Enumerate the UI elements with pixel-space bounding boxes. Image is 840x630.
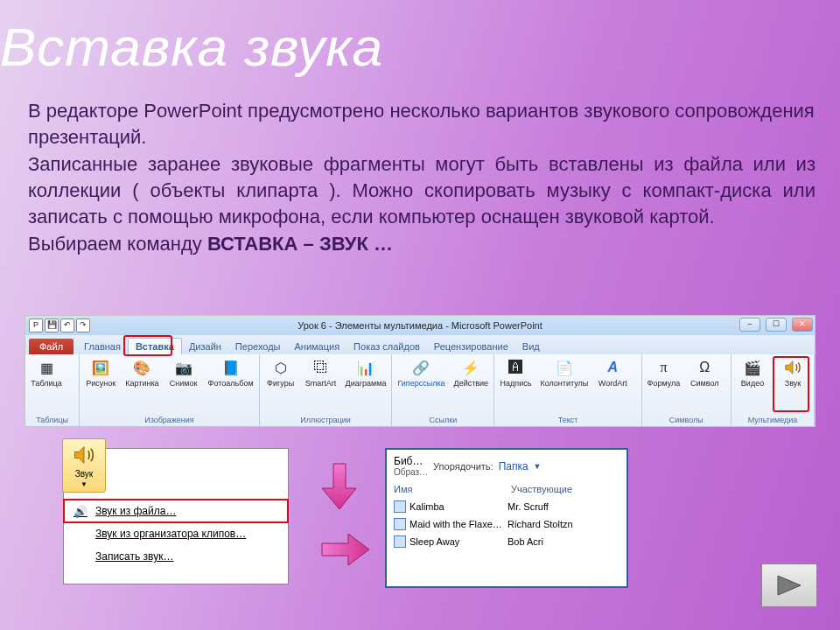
tab-slideshow[interactable]: Показ слайдов [346,339,427,354]
library-sort-value[interactable]: Папка [499,460,528,472]
equation-icon: π [654,358,673,377]
save-icon[interactable]: 💾 [45,318,59,332]
tab-design[interactable]: Дизайн [182,339,228,354]
library-row[interactable]: Maid with the Flaxe…Richard Stoltzn [394,515,620,533]
undo-icon[interactable]: ↶ [60,318,74,332]
next-slide-button[interactable] [761,564,817,607]
music-file-icon [394,500,406,513]
screenshot-icon: 📷 [174,358,193,377]
hyperlink-icon: 🔗 [411,358,430,377]
picture-icon: 🖼️ [91,358,110,377]
close-button[interactable]: ✕ [792,318,813,332]
maximize-button[interactable]: ☐ [766,318,787,332]
music-file-icon [394,518,406,530]
ribbon-groups: ▦Таблица Таблицы 🖼️Рисунок 🎨Картинка 📷Сн… [25,354,815,426]
btn-shapes[interactable]: ⬡Фигуры [265,358,297,388]
arrow-down-icon [320,462,359,511]
btn-action[interactable]: ⚡Действие [454,358,489,388]
para-2: Записанные заранее звуковые фрагменты мо… [28,151,816,231]
library-rows: KalimbaMr. Scruff Maid with the Flaxe…Ri… [387,494,626,554]
tab-transitions[interactable]: Переходы [228,339,288,354]
tab-insert[interactable]: Вставка [128,338,182,354]
action-icon: ⚡ [461,358,480,377]
play-icon [774,573,804,598]
table-icon: ▦ [37,358,56,377]
app-icon: P [29,318,43,332]
smartart-icon: ⿻ [312,358,331,377]
para-1: В редакторе PowerPoint предусмотрено нес… [28,98,816,151]
group-illustrations: ⬡Фигуры ⿻SmartArt 📊Диаграмма Иллюстрации [260,354,393,426]
slide-title: Вставка звука [0,16,383,78]
library-columns: Имя Участвующие [387,484,626,494]
btn-audio[interactable]: Звук [777,358,808,388]
btn-table[interactable]: ▦Таблица [31,358,62,388]
tab-file[interactable]: Файл [29,339,74,354]
chevron-down-icon: ▼ [534,462,542,471]
library-row[interactable]: KalimbaMr. Scruff [394,498,620,515]
audio-icon-large [72,443,96,467]
group-title-tables: Таблицы [31,414,74,424]
group-text: 🅰Надпись 📄Колонтитулы AWordArt Текст [494,354,641,426]
menu-record-audio[interactable]: Записать звук… [64,545,288,568]
group-images: 🖼️Рисунок 🎨Картинка 📷Снимок 📘Фотоальбом … [80,354,259,426]
clipart-icon: 🎨 [132,358,151,377]
btn-picture[interactable]: 🖼️Рисунок [85,358,116,388]
slide-body: В редакторе PowerPoint предусмотрено нес… [28,98,816,257]
window-titlebar: P 💾 ↶ ↷ Урок 6 - Элементы мультимедиа - … [25,316,815,335]
tab-home[interactable]: Главная [77,339,128,354]
tab-review[interactable]: Рецензирование [427,339,515,354]
library-title: Биб… [394,455,428,467]
ribbon-tabs: Файл Главная Вставка Дизайн Переходы Ани… [25,335,815,354]
btn-chart[interactable]: 📊Диаграмма [346,358,387,388]
redo-icon[interactable]: ↷ [76,318,90,332]
group-title-media: Мультимедиа [737,414,808,424]
btn-equation[interactable]: πФормула [648,358,681,388]
arrow-right-icon [320,532,371,567]
group-links: 🔗Гиперссылка ⚡Действие Ссылки [392,354,494,426]
col-artists[interactable]: Участвующие [511,484,572,494]
library-row[interactable]: Sleep AwayBob Acri [394,533,620,550]
btn-album[interactable]: 📘Фотоальбом [208,358,254,388]
btn-symbol[interactable]: ΩСимвол [689,358,720,388]
speaker-icon: 🔊 [73,504,88,518]
video-icon: 🎬 [743,358,762,377]
quick-access-toolbar: P 💾 ↶ ↷ [25,316,94,335]
chevron-down-icon: ▼ [80,480,88,488]
group-title-symbols: Символы [648,414,725,424]
menu-audio-from-file[interactable]: 🔊Звук из файла… [64,500,288,522]
group-title-text: Текст [500,414,635,424]
btn-smartart[interactable]: ⿻SmartArt [305,358,337,388]
window-title: Урок 6 - Элементы мультимедиа - Microsof… [298,320,542,331]
ribbon-screenshot: P 💾 ↶ ↷ Урок 6 - Элементы мультимедиа - … [24,315,816,427]
group-title-links: Ссылки [397,414,488,424]
library-subtitle: Образ… [394,467,428,477]
audio-menu: 🔊Звук из файла… Звук из организатора кли… [64,500,288,568]
shapes-icon: ⬡ [271,358,290,377]
wordart-icon: A [603,358,622,377]
btn-screenshot[interactable]: 📷Снимок [168,358,200,388]
tab-animations[interactable]: Анимация [287,339,346,354]
audio-icon [783,358,802,377]
tab-view[interactable]: Вид [515,339,547,354]
group-title-illustrations: Иллюстрации [265,414,387,424]
record-icon [73,550,88,564]
btn-hyperlink[interactable]: 🔗Гиперссылка [397,358,444,388]
chart-icon: 📊 [356,358,375,377]
music-file-icon [394,536,406,548]
audio-ribbon-button[interactable]: Звук ▼ [62,438,106,493]
minimize-button[interactable]: – [739,318,760,332]
btn-clipart[interactable]: 🎨Картинка [125,358,158,388]
album-icon: 📘 [221,358,241,377]
btn-video[interactable]: 🎬Видео [737,358,768,388]
menu-audio-from-clips[interactable]: Звук из организатора клипов… [64,522,288,545]
group-tables: ▦Таблица Таблицы [25,354,80,426]
textbox-icon: 🅰 [506,358,525,377]
group-symbols: πФормула ΩСимвол Символы [642,354,732,426]
col-name[interactable]: Имя [394,484,508,494]
symbol-icon: Ω [695,358,714,377]
clip-speaker-icon [73,527,88,541]
window-controls: – ☐ ✕ [739,318,813,332]
btn-headerfooter[interactable]: 📄Колонтитулы [540,358,588,388]
btn-textbox[interactable]: 🅰Надпись [500,358,531,388]
btn-wordart[interactable]: AWordArt [597,358,628,388]
